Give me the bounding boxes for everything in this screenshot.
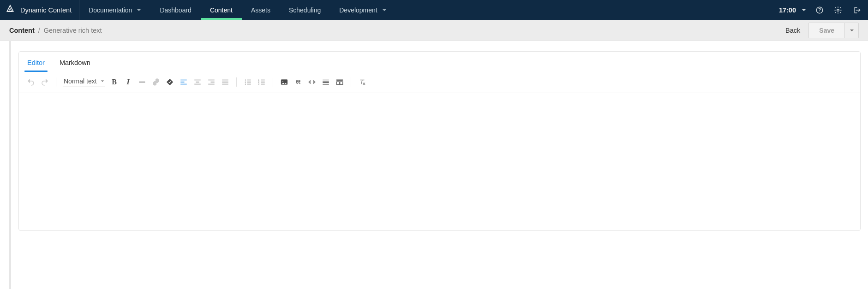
nav-scheduling-label: Scheduling <box>289 6 321 14</box>
back-button[interactable]: Back <box>785 27 800 34</box>
left-rule <box>9 41 11 289</box>
content-area: Editor Markdown Normal text B I <box>0 41 868 289</box>
toolbar-separator <box>56 77 56 87</box>
time-label: 17:00 <box>779 6 796 14</box>
svg-point-20 <box>245 83 245 84</box>
brand-logo-icon <box>6 5 15 15</box>
svg-point-1 <box>819 12 820 12</box>
blockquote-icon[interactable] <box>293 77 303 87</box>
svg-rect-35 <box>340 82 342 84</box>
nav-documentation-label: Documentation <box>89 6 132 14</box>
align-left-icon[interactable] <box>179 77 188 87</box>
svg-rect-33 <box>336 79 343 81</box>
save-dropdown[interactable] <box>844 23 858 38</box>
editor-tabs: Editor Markdown <box>19 52 860 72</box>
rich-text-editor[interactable] <box>19 93 860 230</box>
nav-development-label: Development <box>339 6 377 14</box>
nav-assets-label: Assets <box>251 6 270 14</box>
undo-icon[interactable] <box>26 77 36 87</box>
align-center-icon[interactable] <box>193 77 202 87</box>
svg-rect-34 <box>336 82 339 84</box>
horizontal-rule-icon[interactable] <box>138 77 147 87</box>
italic-icon[interactable]: I <box>124 77 133 87</box>
code-block-icon[interactable] <box>321 77 330 87</box>
svg-point-29 <box>282 81 283 82</box>
chevron-down-icon <box>382 6 387 14</box>
breadcrumb: Content / Generative rich text <box>9 27 102 34</box>
breadcrumb-current: Generative rich text <box>44 27 102 34</box>
text-format-label: Normal text <box>64 77 97 85</box>
svg-point-16 <box>245 79 245 80</box>
save-button-group: Save <box>808 23 859 38</box>
bold-icon[interactable]: B <box>110 77 119 87</box>
nav-dashboard[interactable]: Dashboard <box>150 0 201 20</box>
code-icon[interactable] <box>307 77 317 87</box>
nav-primary: Documentation Dashboard Content Assets S… <box>79 0 396 20</box>
editor-panel: Editor Markdown Normal text B I <box>18 51 861 231</box>
redo-icon[interactable] <box>40 77 49 87</box>
svg-point-2 <box>837 9 839 11</box>
ai-generate-icon[interactable] <box>165 77 174 87</box>
brand-name: Dynamic Content <box>20 6 72 14</box>
toolbar-separator <box>351 77 351 87</box>
text-format-selector[interactable]: Normal text <box>63 77 105 87</box>
time-selector[interactable]: 17:00 <box>779 6 806 14</box>
toolbar-separator <box>236 77 237 87</box>
svg-rect-3 <box>139 82 145 83</box>
image-icon[interactable] <box>280 77 289 87</box>
nav-content-label: Content <box>210 6 233 14</box>
sub-actions: Back Save <box>785 23 859 38</box>
logout-icon[interactable] <box>851 5 862 15</box>
link-icon[interactable] <box>151 77 161 87</box>
clear-formatting-icon[interactable] <box>358 77 367 87</box>
sub-header: Content / Generative rich text Back Save <box>0 20 868 41</box>
table-icon[interactable] <box>335 77 344 87</box>
breadcrumb-root[interactable]: Content <box>9 27 35 34</box>
nav-content[interactable]: Content <box>201 0 242 20</box>
align-justify-icon[interactable] <box>221 77 230 87</box>
chevron-down-icon <box>802 6 806 14</box>
editor-toolbar: Normal text B I <box>19 72 860 93</box>
align-right-icon[interactable] <box>207 77 216 87</box>
numbered-list-icon[interactable]: 123 <box>257 77 266 87</box>
nav-documentation[interactable]: Documentation <box>79 0 150 20</box>
nav-assets[interactable]: Assets <box>242 0 280 20</box>
svg-text:3: 3 <box>258 83 259 85</box>
nav-right: 17:00 <box>779 0 868 20</box>
help-icon[interactable] <box>814 5 825 15</box>
top-nav: Dynamic Content Documentation Dashboard … <box>0 0 868 20</box>
toolbar-separator <box>273 77 273 87</box>
save-button[interactable]: Save <box>809 23 844 38</box>
nav-scheduling[interactable]: Scheduling <box>280 0 330 20</box>
tab-editor[interactable]: Editor <box>26 58 46 72</box>
gear-icon[interactable] <box>833 5 843 15</box>
bullet-list-icon[interactable] <box>243 77 252 87</box>
svg-rect-31 <box>323 81 329 83</box>
tab-markdown[interactable]: Markdown <box>59 58 91 72</box>
nav-dashboard-label: Dashboard <box>160 6 192 14</box>
breadcrumb-separator: / <box>38 27 40 34</box>
chevron-down-icon <box>137 6 141 14</box>
svg-point-18 <box>245 81 245 82</box>
brand: Dynamic Content <box>0 0 79 20</box>
nav-development[interactable]: Development <box>330 0 396 20</box>
